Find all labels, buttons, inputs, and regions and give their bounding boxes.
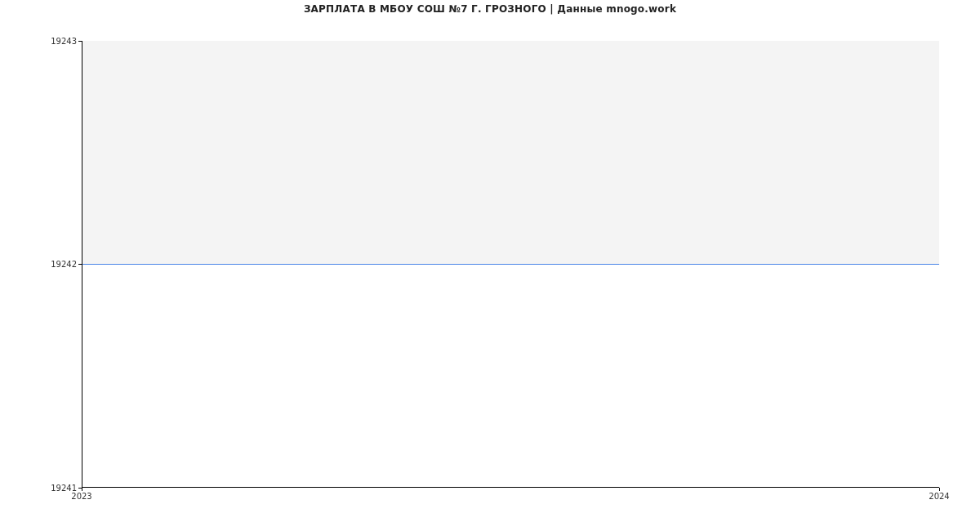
y-tick-label: 19242 bbox=[28, 260, 77, 269]
plot-area bbox=[82, 41, 939, 488]
y-tick-label: 19243 bbox=[28, 37, 77, 46]
x-tick-label: 2023 bbox=[71, 492, 91, 501]
salary-chart: ЗАРПЛАТА В МБОУ СОШ №7 Г. ГРОЗНОГО | Дан… bbox=[0, 0, 980, 531]
line-series bbox=[82, 264, 939, 265]
area-fill bbox=[82, 41, 939, 264]
x-tick-mark bbox=[82, 488, 82, 491]
x-tick-label: 2024 bbox=[929, 492, 949, 501]
chart-title: ЗАРПЛАТА В МБОУ СОШ №7 Г. ГРОЗНОГО | Дан… bbox=[0, 3, 980, 15]
x-tick-mark bbox=[939, 488, 940, 491]
y-tick-label: 19241 bbox=[28, 484, 77, 493]
